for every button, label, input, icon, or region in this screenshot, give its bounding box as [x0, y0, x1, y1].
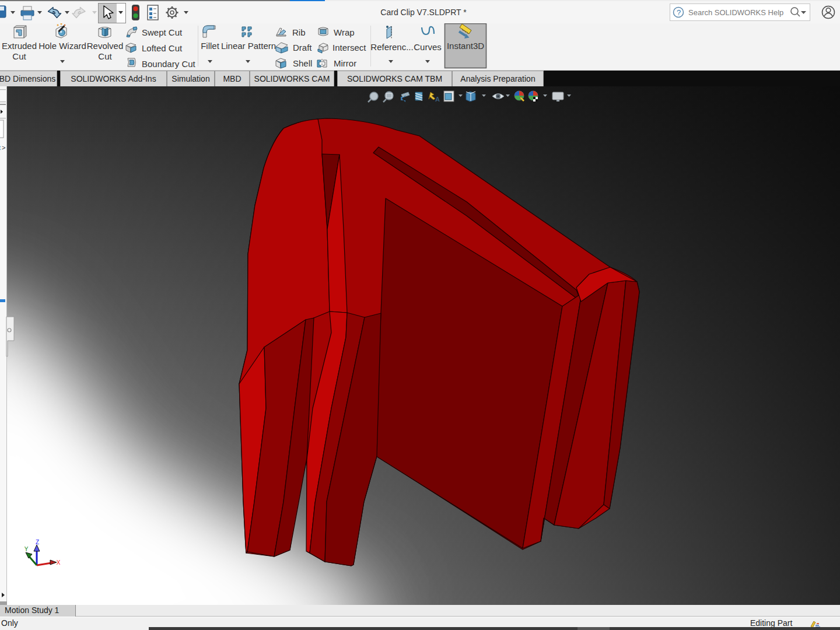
svg-text:>: >: [2, 144, 5, 151]
svg-text:X: X: [57, 559, 61, 566]
svg-text:?: ?: [677, 8, 681, 17]
svg-text:t: t: [0, 144, 1, 151]
svg-text:Y: Y: [24, 546, 29, 552]
svg-text:Search SOLIDWORKS Help: Search SOLIDWORKS Help: [688, 8, 783, 17]
svg-text:Z: Z: [36, 539, 39, 545]
svg-text:A: A: [435, 96, 440, 103]
